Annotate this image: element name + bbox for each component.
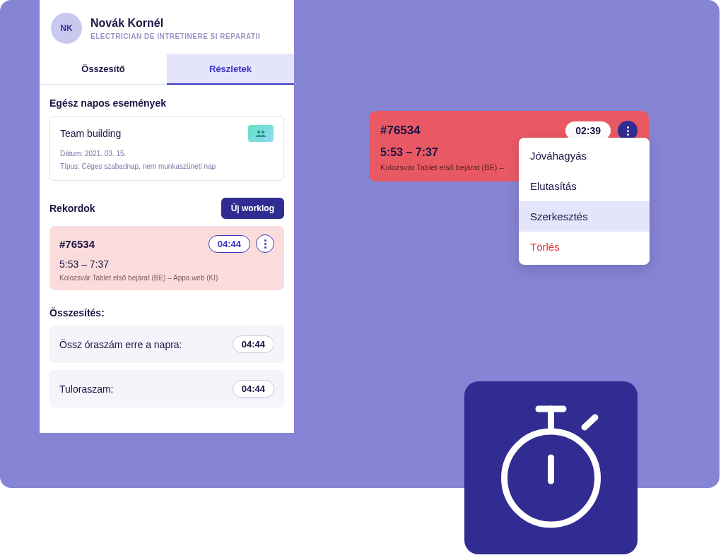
kebab-icon (264, 239, 266, 249)
summary-section: Összesítés: Össz óraszám erre a napra: 0… (40, 294, 294, 419)
event-card[interactable]: Team building Dátum: 2021. 03. 15. Típus… (49, 116, 284, 181)
records-section: Rekordok Új worklog #76534 04:44 5:53 – … (40, 185, 294, 294)
records-header: Rekordok Új worklog (49, 198, 284, 219)
menu-reject[interactable]: Elutasítás (519, 171, 650, 201)
stopwatch-card (464, 381, 638, 554)
summary-row-total: Össz óraszám erre a napra: 04:44 (49, 326, 284, 363)
summary-label: Tuloraszam: (59, 383, 114, 395)
summary-row-overtime: Tuloraszam: 04:44 (49, 370, 284, 407)
user-info: Novák Kornél ELECTRICIAN DE INTRETINERE … (90, 17, 260, 40)
user-name: Novák Kornél (90, 17, 260, 30)
all-day-events-section: Egész napos események Team building Dátu… (40, 85, 294, 185)
menu-edit[interactable]: Szerkesztés (519, 201, 650, 232)
svg-point-0 (257, 131, 260, 133)
avatar: NK (51, 13, 82, 44)
records-heading: Rekordok (49, 203, 95, 214)
event-date: Dátum: 2021. 03. 15. (60, 149, 274, 159)
popup-worklog-id: #76534 (380, 124, 421, 138)
svg-line-4 (585, 417, 595, 427)
context-menu: Jóváhagyás Elutasítás Szerkesztés Törlés (519, 138, 650, 265)
all-day-events-heading: Egész napos események (49, 97, 284, 109)
event-type: Típus: Céges szabadnap, nem munkaszüneti… (60, 162, 274, 172)
canvas-background: NK Novák Kornél ELECTRICIAN DE INTRETINE… (0, 0, 720, 488)
kebab-icon (627, 126, 629, 136)
summary-value: 04:44 (233, 335, 274, 353)
summary-value: 04:44 (233, 380, 274, 398)
worklog-times: 5:53 – 7:37 (59, 258, 274, 270)
event-title: Team building (60, 128, 121, 139)
stopwatch-icon (496, 405, 606, 532)
worklog-card[interactable]: #76534 04:44 5:53 – 7:37 Kolozsvár Table… (49, 226, 284, 290)
summary-heading: Összesítés: (49, 307, 284, 318)
tab-summary[interactable]: Összesítő (40, 54, 167, 84)
user-header: NK Novák Kornél ELECTRICIAN DE INTRETINE… (40, 0, 294, 54)
summary-label: Össz óraszám erre a napra: (59, 339, 182, 350)
event-header: Team building (60, 125, 274, 142)
menu-approve[interactable]: Jóváhagyás (519, 141, 650, 171)
menu-delete[interactable]: Törlés (519, 232, 650, 262)
worklog-card-header: #76534 04:44 (59, 234, 274, 253)
worklog-location: Kolozsvár Tablet első bejárat (BE) – App… (59, 274, 274, 282)
worklog-menu-button[interactable] (256, 234, 274, 253)
details-panel: NK Novák Kornél ELECTRICIAN DE INTRETINE… (40, 0, 294, 433)
new-worklog-button[interactable]: Új worklog (221, 198, 284, 219)
worklog-id: #76534 (59, 238, 95, 250)
tabs: Összesítő Részletek (40, 54, 294, 85)
tab-details[interactable]: Részletek (167, 54, 294, 84)
svg-point-1 (262, 131, 264, 133)
user-role: ELECTRICIAN DE INTRETINERE SI REPARATII (90, 32, 260, 40)
duration-pill: 04:44 (209, 235, 250, 253)
worklog-actions: 04:44 (209, 234, 274, 253)
team-icon (248, 125, 274, 142)
